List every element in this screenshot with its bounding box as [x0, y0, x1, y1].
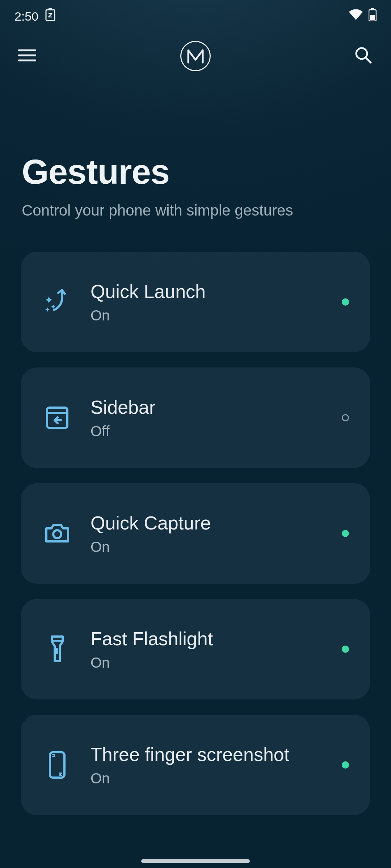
gesture-card-quick-launch[interactable]: Quick Launch On	[21, 252, 370, 352]
wifi-icon	[348, 9, 363, 24]
status-dot-on	[342, 298, 349, 306]
nav-handle[interactable]	[141, 859, 250, 863]
phone-icon	[35, 750, 79, 780]
svg-rect-1	[49, 8, 52, 10]
gesture-card-three-finger-screenshot[interactable]: Three finger screenshot On	[21, 715, 370, 815]
page-header: Gestures Control your phone with simple …	[0, 80, 391, 252]
card-title: Sidebar	[91, 396, 342, 418]
card-title: Quick Launch	[91, 281, 342, 302]
app-bar	[0, 33, 391, 80]
gesture-list: Quick Launch On Sidebar Off Quick	[0, 252, 391, 815]
camera-icon	[35, 523, 79, 544]
battery-saver-icon	[45, 8, 56, 24]
gesture-card-quick-capture[interactable]: Quick Capture On	[21, 483, 370, 584]
status-dot-on	[342, 646, 349, 653]
card-title: Quick Capture	[91, 512, 342, 534]
sidebar-icon	[35, 406, 79, 430]
hamburger-menu-button[interactable]	[18, 48, 36, 64]
status-bar: 2:50	[0, 0, 391, 33]
gesture-card-sidebar[interactable]: Sidebar Off	[21, 367, 370, 468]
card-status: On	[91, 655, 342, 671]
card-status: On	[91, 770, 342, 787]
card-title: Fast Flashlight	[91, 628, 342, 650]
svg-line-9	[366, 58, 371, 63]
card-status: Off	[91, 423, 342, 439]
gesture-card-fast-flashlight[interactable]: Fast Flashlight On	[21, 599, 370, 699]
status-dot-off	[342, 414, 349, 421]
quick-launch-icon	[35, 288, 79, 316]
battery-icon	[369, 8, 377, 24]
page-title: Gestures	[22, 152, 369, 192]
page-subtitle: Control your phone with simple gestures	[22, 202, 369, 219]
moto-logo	[180, 41, 211, 71]
status-dot-on	[342, 761, 349, 769]
card-title: Three finger screenshot	[91, 744, 342, 765]
svg-point-12	[53, 530, 61, 538]
status-dot-on	[342, 530, 349, 537]
svg-rect-4	[370, 15, 375, 20]
search-button[interactable]	[354, 46, 373, 66]
card-status: On	[91, 307, 342, 324]
flashlight-icon	[35, 634, 79, 664]
card-status: On	[91, 539, 342, 555]
status-time: 2:50	[14, 9, 38, 24]
